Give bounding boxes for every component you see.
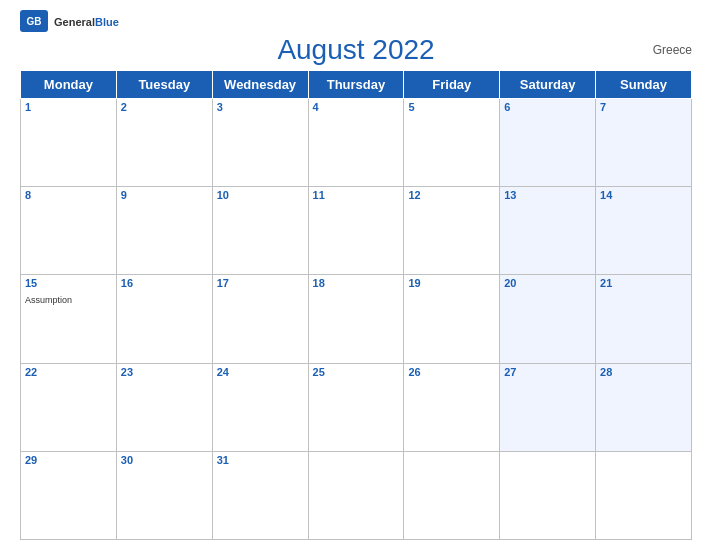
day-number: 2 xyxy=(121,101,208,113)
day-number: 20 xyxy=(504,277,591,289)
day-cell: 12 xyxy=(404,187,500,275)
day-number: 1 xyxy=(25,101,112,113)
day-number: 18 xyxy=(313,277,400,289)
calendar-title: August 2022 xyxy=(277,34,434,66)
dow-header-tuesday: Tuesday xyxy=(116,71,212,99)
dow-header-wednesday: Wednesday xyxy=(212,71,308,99)
day-number: 4 xyxy=(313,101,400,113)
day-cell xyxy=(596,451,692,539)
week-row-5: 293031 xyxy=(21,451,692,539)
week-row-2: 891011121314 xyxy=(21,187,692,275)
dow-header-saturday: Saturday xyxy=(500,71,596,99)
day-cell: 31 xyxy=(212,451,308,539)
day-cell: 6 xyxy=(500,99,596,187)
day-number: 15 xyxy=(25,277,112,289)
dow-header-thursday: Thursday xyxy=(308,71,404,99)
day-cell xyxy=(404,451,500,539)
day-number: 29 xyxy=(25,454,112,466)
day-cell: 18 xyxy=(308,275,404,363)
day-cell: 5 xyxy=(404,99,500,187)
day-cell: 14 xyxy=(596,187,692,275)
day-number: 31 xyxy=(217,454,304,466)
day-number: 21 xyxy=(600,277,687,289)
dow-header-friday: Friday xyxy=(404,71,500,99)
day-number: 23 xyxy=(121,366,208,378)
day-number: 7 xyxy=(600,101,687,113)
day-cell: 28 xyxy=(596,363,692,451)
day-cell: 15Assumption xyxy=(21,275,117,363)
day-number: 24 xyxy=(217,366,304,378)
day-cell: 19 xyxy=(404,275,500,363)
day-cell: 22 xyxy=(21,363,117,451)
logo: GB GeneralBlue xyxy=(20,10,119,32)
day-cell: 26 xyxy=(404,363,500,451)
day-cell xyxy=(308,451,404,539)
days-of-week-row: MondayTuesdayWednesdayThursdayFridaySatu… xyxy=(21,71,692,99)
day-cell: 2 xyxy=(116,99,212,187)
week-row-3: 15Assumption161718192021 xyxy=(21,275,692,363)
day-cell: 3 xyxy=(212,99,308,187)
dow-header-sunday: Sunday xyxy=(596,71,692,99)
day-cell: 4 xyxy=(308,99,404,187)
day-cell: 30 xyxy=(116,451,212,539)
day-cell: 11 xyxy=(308,187,404,275)
day-number: 6 xyxy=(504,101,591,113)
day-cell: 17 xyxy=(212,275,308,363)
calendar-header: August 2022 Greece xyxy=(20,34,692,66)
day-number: 10 xyxy=(217,189,304,201)
day-cell: 21 xyxy=(596,275,692,363)
dow-header-monday: Monday xyxy=(21,71,117,99)
svg-text:GB: GB xyxy=(27,16,42,27)
day-number: 30 xyxy=(121,454,208,466)
day-number: 9 xyxy=(121,189,208,201)
day-event: Assumption xyxy=(25,295,72,305)
generalblue-logo-icon: GB xyxy=(20,10,48,32)
day-number: 25 xyxy=(313,366,400,378)
week-row-4: 22232425262728 xyxy=(21,363,692,451)
day-cell: 25 xyxy=(308,363,404,451)
day-cell: 10 xyxy=(212,187,308,275)
day-number: 3 xyxy=(217,101,304,113)
day-cell: 29 xyxy=(21,451,117,539)
day-number: 19 xyxy=(408,277,495,289)
day-number: 27 xyxy=(504,366,591,378)
day-cell: 16 xyxy=(116,275,212,363)
day-number: 17 xyxy=(217,277,304,289)
day-cell: 27 xyxy=(500,363,596,451)
day-number: 5 xyxy=(408,101,495,113)
day-cell: 13 xyxy=(500,187,596,275)
day-number: 8 xyxy=(25,189,112,201)
day-number: 13 xyxy=(504,189,591,201)
day-number: 14 xyxy=(600,189,687,201)
day-number: 22 xyxy=(25,366,112,378)
day-cell: 8 xyxy=(21,187,117,275)
day-cell: 20 xyxy=(500,275,596,363)
calendar-table: MondayTuesdayWednesdayThursdayFridaySatu… xyxy=(20,70,692,540)
day-cell: 24 xyxy=(212,363,308,451)
day-number: 16 xyxy=(121,277,208,289)
country-label: Greece xyxy=(653,43,692,57)
week-row-1: 1234567 xyxy=(21,99,692,187)
calendar-header-row: MondayTuesdayWednesdayThursdayFridaySatu… xyxy=(21,71,692,99)
day-number: 26 xyxy=(408,366,495,378)
day-number: 28 xyxy=(600,366,687,378)
day-number: 11 xyxy=(313,189,400,201)
day-cell: 1 xyxy=(21,99,117,187)
day-cell: 23 xyxy=(116,363,212,451)
day-cell: 9 xyxy=(116,187,212,275)
logo-text: GeneralBlue xyxy=(54,12,119,30)
day-cell xyxy=(500,451,596,539)
calendar-body: 123456789101112131415Assumption161718192… xyxy=(21,99,692,540)
day-cell: 7 xyxy=(596,99,692,187)
day-number: 12 xyxy=(408,189,495,201)
